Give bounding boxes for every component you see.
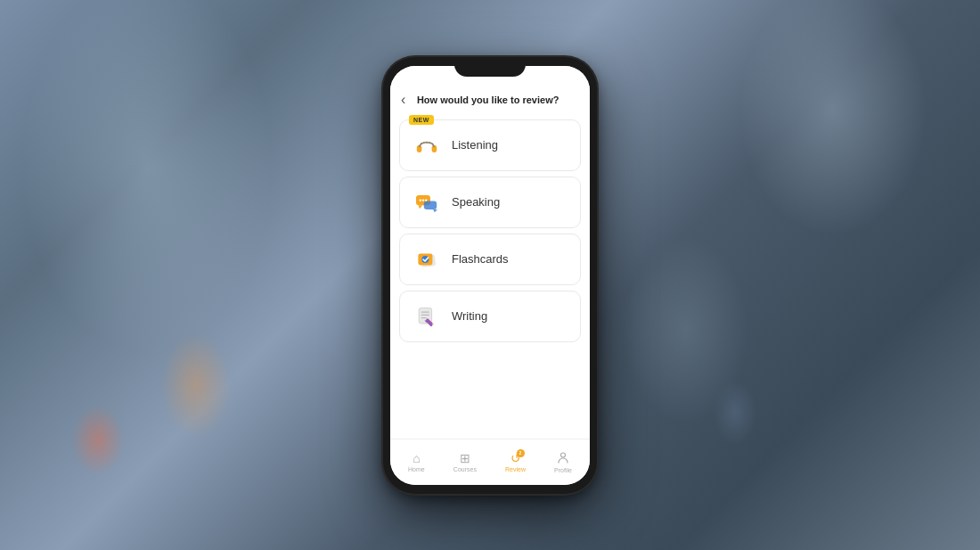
svg-point-6 xyxy=(420,199,421,201)
svg-point-19 xyxy=(561,453,566,457)
phone-notch xyxy=(454,57,526,77)
bottom-nav: ⌂ Home ⊞ Courses ↺ 2 Review xyxy=(390,439,590,485)
menu-list: NEW Listening xyxy=(390,114,590,439)
new-badge: NEW xyxy=(409,115,434,125)
nav-home[interactable]: ⌂ Home xyxy=(401,448,432,476)
review-badge: 2 xyxy=(517,449,525,457)
svg-rect-4 xyxy=(424,201,437,209)
review-icon: ↺ 2 xyxy=(510,452,521,464)
courses-icon: ⊞ xyxy=(460,452,470,464)
speaking-item[interactable]: Speaking xyxy=(399,176,581,228)
page-title: How would you like to review? xyxy=(411,94,565,105)
home-icon: ⌂ xyxy=(412,452,420,464)
flashcards-item[interactable]: Flashcards xyxy=(399,234,581,285)
home-label: Home xyxy=(408,466,425,472)
nav-review[interactable]: ↺ 2 Review xyxy=(498,448,533,476)
speaking-icon xyxy=(411,186,443,218)
back-button[interactable]: ‹ xyxy=(401,93,405,107)
profile-label: Profile xyxy=(554,467,572,473)
svg-marker-5 xyxy=(433,209,437,212)
listening-item[interactable]: NEW Listening xyxy=(399,119,581,171)
listening-icon xyxy=(411,129,443,161)
flashcards-label: Flashcards xyxy=(452,252,509,266)
courses-label: Courses xyxy=(453,466,477,472)
nav-profile[interactable]: Profile xyxy=(547,447,579,477)
svg-point-7 xyxy=(422,199,424,201)
scene: ‹ How would you like to review? NEW xyxy=(0,0,980,550)
listening-label: Listening xyxy=(452,138,498,152)
speaking-label: Speaking xyxy=(452,195,500,209)
writing-icon xyxy=(411,300,443,332)
svg-marker-3 xyxy=(418,205,422,209)
phone-screen: ‹ How would you like to review? NEW xyxy=(390,66,590,485)
writing-item[interactable]: Writing xyxy=(399,291,581,342)
writing-label: Writing xyxy=(452,309,487,323)
review-label: Review xyxy=(505,466,526,472)
flashcards-icon xyxy=(411,243,443,275)
profile-icon xyxy=(557,451,569,465)
phone-outer: ‹ How would you like to review? NEW xyxy=(383,57,597,494)
nav-courses[interactable]: ⊞ Courses xyxy=(446,448,484,476)
svg-point-8 xyxy=(425,199,427,201)
